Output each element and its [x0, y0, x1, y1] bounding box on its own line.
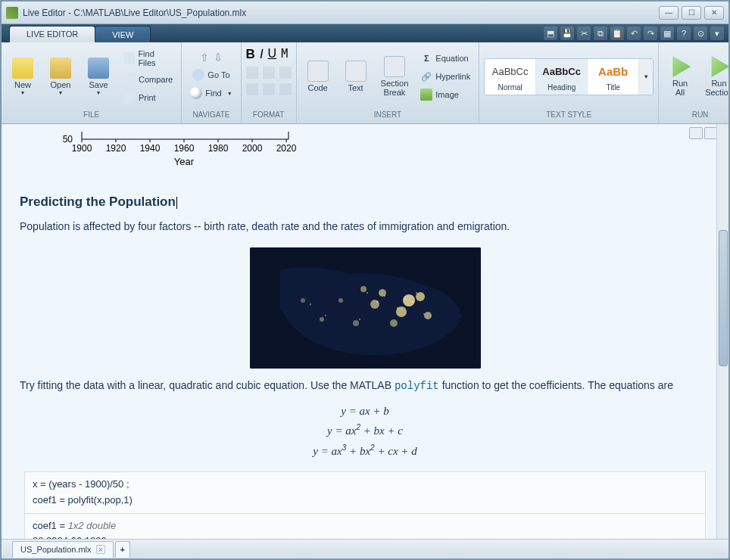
scrollbar-thumb[interactable]	[719, 230, 728, 366]
qa-cut-icon[interactable]: ✂	[577, 26, 591, 40]
dim-e-icon	[263, 83, 275, 95]
insert-text-button[interactable]: Text	[339, 58, 373, 95]
run-all-button[interactable]: Run All	[663, 53, 697, 100]
new-file-tab-button[interactable]: +	[115, 541, 130, 558]
style-title[interactable]: AaBbTitle	[588, 59, 639, 95]
run-section-button[interactable]: Run Section	[701, 53, 730, 100]
find-button[interactable]: Find▼	[186, 85, 236, 101]
code-line: coef1 = polyfit(x,pop,1)	[33, 493, 697, 509]
quick-access: ⬒ 💾 ✂ ⧉ 📋 ↶ ↷ ▦ ? ⊙ ▾	[544, 26, 724, 40]
svg-point-25	[360, 286, 367, 292]
paragraph-intro: Population is affected by four factors -…	[20, 219, 710, 234]
section-heading: Predicting the Population	[20, 194, 710, 210]
qa-more-icon[interactable]: ⊙	[694, 26, 707, 40]
save-icon	[88, 58, 109, 79]
ribbon-group-file: New▼ Open▼ Save▼ Find Files Compare Prin…	[2, 42, 182, 123]
mono-button[interactable]: M	[281, 47, 288, 62]
ribbon-tabs: LIVE EDITOR VIEW ⬒ 💾 ✂ ⧉ 📋 ↶ ↷ ▦ ? ⊙ ▾	[2, 24, 728, 42]
qa-paste-icon[interactable]: 📋	[610, 26, 624, 40]
svg-point-33	[412, 301, 413, 303]
file-tab[interactable]: US_Population.mlx ×	[12, 541, 114, 558]
text-format-row: B I U M	[246, 47, 289, 62]
style-heading[interactable]: AaBbCcHeading	[536, 59, 588, 95]
app-icon	[6, 7, 18, 19]
equation-button[interactable]: ΣEquation	[416, 50, 474, 67]
underline-button[interactable]: U	[268, 47, 277, 62]
qa-undo-icon[interactable]: ↶	[627, 26, 641, 40]
close-button[interactable]: ✕	[704, 6, 724, 20]
equation-block: y = ax + b y = ax2 + bx + c y = ax3 + bx…	[20, 402, 710, 462]
group-label-text-style: TEXT STYLE	[479, 110, 658, 123]
polyfit-link[interactable]: polyfit	[395, 380, 439, 392]
svg-point-28	[320, 317, 324, 322]
open-button[interactable]: Open▼	[44, 54, 77, 98]
view-output-right-icon[interactable]	[689, 127, 703, 139]
output-line: coef1 = 1x2 double	[33, 518, 697, 534]
svg-text:1940: 1940	[140, 143, 161, 154]
document: 50 1900 1920 1940 1960 1980 2000 2020 Ye…	[2, 124, 728, 539]
nav-up-icon[interactable]: ⇧	[200, 51, 209, 65]
close-tab-icon[interactable]: ×	[96, 545, 105, 554]
document-area[interactable]: 50 1900 1920 1940 1960 1980 2000 2020 Ye…	[2, 124, 728, 539]
nav-arrows: ⇧ ⇩	[200, 51, 223, 65]
code-icon	[307, 61, 329, 82]
tab-view[interactable]: VIEW	[95, 26, 151, 42]
ribbon: New▼ Open▼ Save▼ Find Files Compare Prin…	[2, 42, 728, 124]
paragraph-fit: Try fitting the data with a linear, quad…	[20, 378, 710, 394]
play-section-icon	[709, 56, 730, 77]
style-gallery: AaBbCcNormal AaBbCcHeading AaBbTitle ▼	[484, 58, 654, 95]
group-label-file: FILE	[2, 110, 181, 123]
new-icon	[12, 58, 33, 79]
insert-code-button[interactable]: Code	[301, 58, 335, 95]
new-button[interactable]: New▼	[6, 54, 39, 98]
svg-point-35	[397, 307, 398, 309]
qa-copy-icon[interactable]: ⧉	[594, 26, 607, 40]
nav-down-icon[interactable]: ⇩	[214, 51, 223, 65]
style-normal[interactable]: AaBbCcNormal	[485, 59, 536, 95]
compare-button[interactable]: Compare	[120, 71, 176, 88]
play-icon	[669, 56, 691, 77]
qa-layout-icon[interactable]: ▦	[660, 26, 674, 40]
align-row	[246, 83, 292, 95]
hyperlink-button[interactable]: 🔗Hyperlink	[416, 68, 474, 85]
find-files-button[interactable]: Find Files	[120, 47, 176, 70]
qa-min-ribbon-icon[interactable]: ▾	[710, 26, 724, 40]
section-break-icon	[384, 56, 405, 77]
tab-live-editor[interactable]: LIVE EDITOR	[9, 26, 95, 42]
goto-button[interactable]: Go To	[189, 67, 233, 83]
print-icon	[123, 92, 136, 104]
embedded-image	[250, 247, 481, 369]
bold-button[interactable]: B	[246, 47, 255, 62]
style-more-button[interactable]: ▼	[639, 59, 653, 95]
group-label-insert: INSERT	[297, 110, 479, 123]
link-icon: 🔗	[420, 70, 432, 82]
ribbon-group-insert: Code Text Section Break ΣEquation 🔗Hyper…	[297, 42, 480, 123]
qa-help-icon[interactable]: ?	[677, 26, 691, 40]
svg-text:1900: 1900	[72, 143, 92, 154]
output-line: 98.9924 66.1296	[33, 534, 697, 539]
find-icon	[190, 87, 202, 99]
maximize-button[interactable]: ☐	[682, 6, 701, 20]
titlebar: Live Editor - C:\MATLAB\Live Editor\US_P…	[2, 2, 728, 24]
folder-icon	[50, 58, 71, 79]
chart-axis-svg: 50 1900 1920 1940 1960 1980 2000 2020 Ye…	[58, 132, 300, 173]
code-cell[interactable]: x = (years - 1900)/50 ; coef1 = polyfit(…	[24, 471, 706, 514]
dim-c-icon	[279, 67, 292, 79]
print-button[interactable]: Print	[120, 89, 176, 106]
qa-add-icon[interactable]: ⬒	[544, 26, 557, 40]
vertical-scrollbar[interactable]	[716, 124, 728, 539]
qa-save-icon[interactable]: 💾	[560, 26, 574, 40]
dim-a-icon	[246, 67, 258, 79]
view-toggle	[689, 127, 718, 139]
qa-redo-icon[interactable]: ↷	[644, 26, 657, 40]
section-break-button[interactable]: Section Break	[377, 53, 413, 100]
chart-fragment: 50 1900 1920 1940 1960 1980 2000 2020 Ye…	[58, 132, 292, 173]
minimize-button[interactable]: —	[659, 6, 679, 20]
save-button[interactable]: Save▼	[82, 54, 115, 98]
dim-d-icon	[246, 83, 258, 95]
italic-button[interactable]: I	[260, 47, 264, 62]
svg-point-41	[310, 303, 311, 305]
image-button[interactable]: Image	[416, 86, 474, 103]
svg-point-27	[353, 320, 359, 326]
text-icon	[345, 61, 367, 82]
